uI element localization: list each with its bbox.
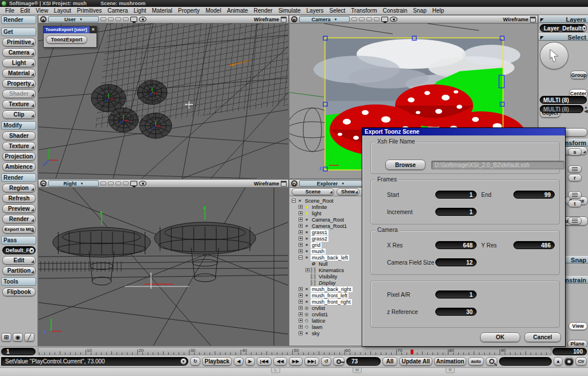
menu-item-material[interactable]: Material: [149, 7, 176, 14]
preview-button[interactable]: Preview: [2, 204, 36, 213]
viewport-c-mini-button[interactable]: [108, 181, 114, 185]
export-to-mi2-button[interactable]: Export to MI2: [2, 225, 36, 234]
viewport-b-type-dropdown[interactable]: Camera▼: [299, 16, 350, 22]
menu-item-constrain[interactable]: Constrain: [380, 7, 411, 14]
visibility-eye-icon[interactable]: [139, 17, 146, 22]
playback-menu-button[interactable]: Playback: [202, 357, 232, 366]
timeline-start-field[interactable]: 1: [1, 348, 36, 355]
update-all-button[interactable]: Update All: [399, 357, 432, 366]
layers-panel-header[interactable]: Layers: [539, 15, 588, 23]
spinner-arrows-icon[interactable]: ▲◀▶: [584, 105, 588, 113]
view-button[interactable]: View: [568, 322, 587, 330]
viewport-a-mini-button[interactable]: [108, 17, 114, 21]
shader-button[interactable]: Shader: [2, 90, 36, 98]
timeline-end-field[interactable]: 100: [552, 348, 587, 355]
z-reference-field[interactable]: 30: [435, 308, 477, 316]
go-end-button[interactable]: ▶▶|: [304, 357, 319, 366]
viewport-c-badge[interactable]: C: [40, 180, 47, 187]
clip-button[interactable]: Clip: [2, 110, 36, 119]
menu-item-layers[interactable]: Layers: [304, 7, 327, 14]
expand-icon[interactable]: +: [299, 319, 303, 323]
visibility-eye-icon[interactable]: [390, 17, 397, 22]
menu-item-select[interactable]: Select: [327, 7, 349, 14]
expand-icon[interactable]: +: [299, 230, 303, 234]
auto-key-button[interactable]: auto: [468, 357, 484, 366]
menu-item-render[interactable]: Render: [251, 7, 276, 14]
memo-up-button[interactable]: ▲: [554, 357, 563, 366]
collapse-icon[interactable]: −: [299, 255, 303, 259]
dialog-titlebar[interactable]: Export Toonz Scene: [362, 128, 565, 135]
viewport-b-mini-button[interactable]: [359, 17, 365, 21]
ok-button[interactable]: OK: [480, 332, 520, 342]
script-search-button[interactable]: [486, 357, 497, 366]
pass-selector-dropdown[interactable]: Default_Pa▼: [2, 246, 36, 254]
menu-item-simulate[interactable]: Simulate: [276, 7, 304, 14]
expand-icon[interactable]: +: [299, 325, 303, 329]
render-button[interactable]: Render: [2, 215, 36, 223]
menu-item-layout[interactable]: Layout: [51, 7, 74, 14]
refresh-button[interactable]: Refresh: [2, 194, 36, 203]
expand-icon[interactable]: +: [299, 306, 303, 310]
display-icon[interactable]: [381, 17, 388, 22]
expand-icon[interactable]: +: [299, 224, 303, 228]
collapse-icon[interactable]: −: [292, 199, 296, 203]
selection-field-secondary[interactable]: MULTI (8): [540, 105, 583, 113]
toonzexport-panel-titlebar[interactable]: ToonzExport [user] ✕: [44, 26, 96, 33]
menu-item-transform[interactable]: Transform: [348, 7, 380, 14]
menu-item-camera[interactable]: Camera: [105, 7, 131, 14]
all-axes-icon-button[interactable]: [568, 191, 582, 199]
material-ball-icon[interactable]: ◉: [13, 333, 23, 342]
menu-item-primitives[interactable]: Primitives: [74, 7, 105, 14]
next-key-button[interactable]: ▶▶: [289, 357, 303, 366]
clear-button[interactable]: Clr: [575, 357, 587, 366]
end-frame-field[interactable]: 99: [513, 191, 555, 199]
transform-r-button[interactable]: r: [568, 174, 582, 181]
start-frame-field[interactable]: 1: [435, 191, 477, 199]
ambience-button[interactable]: Ambience: [2, 162, 36, 171]
group-button[interactable]: Group: [570, 71, 587, 79]
xres-field[interactable]: 648: [435, 241, 477, 249]
increment-field[interactable]: 1: [435, 208, 477, 216]
all-button[interactable]: All: [382, 357, 397, 366]
menu-item-view[interactable]: View: [33, 7, 51, 14]
viewport-c-mini-button[interactable]: [100, 181, 106, 185]
expand-icon[interactable]: +: [299, 300, 303, 304]
memo-dot-button[interactable]: ◉: [564, 357, 574, 366]
projection-button[interactable]: Projection: [2, 152, 36, 161]
pixel-ar-field[interactable]: 1: [435, 290, 477, 299]
toonzexport-button[interactable]: ToonzExport: [46, 36, 87, 44]
loop-mode-button[interactable]: ↻: [190, 357, 200, 366]
edit-button[interactable]: Edit: [2, 256, 36, 265]
key-button[interactable]: [333, 357, 345, 366]
texture-button[interactable]: Texture: [2, 100, 36, 108]
viewport-b-mini-button[interactable]: [351, 17, 357, 21]
frame-forward-button[interactable]: ▶: [245, 357, 255, 366]
property-button[interactable]: Property: [2, 79, 36, 88]
transform-t-button[interactable]: t: [568, 200, 582, 207]
expand-icon[interactable]: +: [299, 293, 303, 297]
animation-menu-button[interactable]: Animation: [434, 357, 466, 366]
display-icon[interactable]: [130, 17, 137, 22]
menu-item-edit[interactable]: Edit: [17, 7, 33, 14]
timeline-ruler[interactable]: 102030405060708090: [38, 347, 551, 355]
repeat-button[interactable]: ↺: [321, 357, 331, 366]
viewport-b-badge[interactable]: B: [291, 16, 297, 22]
menu-item-file[interactable]: File: [2, 7, 17, 14]
viewport-c-display-mode[interactable]: Wireframe: [254, 181, 279, 187]
primitive-button[interactable]: Primitive: [2, 38, 36, 46]
maximize-icon[interactable]: [281, 17, 287, 22]
camera-button[interactable]: Camera: [2, 48, 36, 57]
expand-icon[interactable]: +: [299, 218, 303, 222]
display-icon[interactable]: [130, 181, 137, 186]
expand-icon[interactable]: +: [299, 312, 303, 316]
go-start-button[interactable]: |◀◀: [257, 357, 272, 366]
menu-item-model[interactable]: Model: [203, 7, 224, 14]
viewport-a-badge[interactable]: A: [40, 16, 47, 22]
frame-back-button[interactable]: ◀: [234, 357, 243, 366]
select-arrow-tool-button[interactable]: [540, 42, 568, 69]
expand-icon[interactable]: +: [299, 237, 303, 241]
menu-item-snap[interactable]: Snap: [410, 7, 429, 14]
viewport-a-type-dropdown[interactable]: User▼: [48, 16, 99, 22]
expand-icon[interactable]: +: [299, 331, 303, 335]
viewport-b-mini-button[interactable]: [374, 17, 380, 21]
